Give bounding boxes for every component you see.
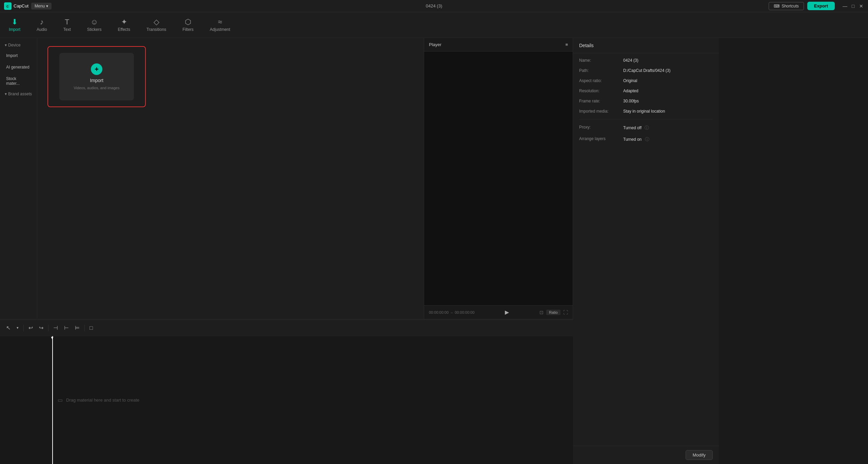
modify-button[interactable]: Modify [686, 450, 713, 460]
redo-button[interactable]: ↪ [38, 323, 45, 332]
detail-resolution: Resolution: Adapted [579, 89, 713, 93]
sidebar: ▾DeviceImportAI generatedStock mater...▾… [0, 38, 37, 319]
text-label: Text [63, 27, 71, 32]
toolbar-item-effects[interactable]: ✦ Effects [114, 16, 133, 34]
detail-aspect-ratio: Aspect ratio: Original [579, 78, 713, 83]
left-top: ▾DeviceImportAI generatedStock mater...▾… [0, 38, 573, 319]
bottom-section: ↖ ▾ ↩ ↪ ⊣ ⊢ ⊨ □ ▭ Drag [0, 319, 573, 464]
player-panel: Player ≡ 00:00:00:00 – 00:00:00:00 ▶ [424, 38, 573, 319]
details-header: Details [573, 38, 719, 53]
transitions-icon: ◇ [154, 18, 159, 26]
player-time-start: 00:00:00:00 [429, 310, 449, 314]
resolution-label: Resolution: [579, 89, 623, 93]
split-left-button[interactable]: ⊣ [52, 323, 59, 332]
toolbar-item-import[interactable]: ⬇ Import [5, 16, 24, 34]
player-right-controls: ⊡ Ratio ⛶ [539, 310, 568, 315]
app: C CapCut Menu ▾ 0424 (3) ⌨ Shortcuts Exp… [0, 0, 868, 464]
import-label: Import [9, 27, 20, 32]
plus-icon: + [91, 63, 102, 75]
play-button[interactable]: ▶ [505, 309, 509, 315]
chevron-icon: ▾ [5, 92, 7, 96]
arrange-layers-info-icon[interactable]: ⓘ [645, 137, 649, 142]
details-footer: Modify [573, 446, 719, 464]
toolbar-separator-2 [48, 325, 48, 331]
sidebar-stock_material-label: Stock mater... [6, 76, 20, 86]
project-title: 0424 (3) [426, 3, 442, 8]
import-subtitle: Videos, audios, and images [74, 86, 120, 90]
toolbar-item-adjustment[interactable]: ≈ Adjustment [206, 16, 234, 34]
proxy-label: Proxy: [579, 125, 623, 130]
chevron-icon: ▾ [5, 43, 7, 47]
maximize-button[interactable]: □ [850, 3, 856, 9]
toolbar-item-filters[interactable]: ⬡ Filters [179, 16, 197, 34]
import-icon: ⬇ [12, 18, 18, 26]
keyboard-icon: ⌨ [774, 4, 780, 8]
split-right-button[interactable]: ⊢ [63, 323, 70, 332]
filters-label: Filters [182, 27, 194, 32]
logo-text: CapCut [14, 3, 28, 8]
sidebar-ai_generated-label: AI generated [6, 65, 29, 70]
menu-chevron-icon: ▾ [46, 4, 48, 8]
text-icon: T [65, 18, 69, 26]
cursor-tool[interactable]: ↖ [5, 323, 12, 332]
player-menu-icon[interactable]: ≡ [565, 42, 568, 47]
detail-imported-media: Imported media: Stay in original locatio… [579, 109, 713, 114]
filters-icon: ⬡ [185, 18, 191, 26]
arrange-layers-label: Arrange layers [579, 136, 623, 141]
adjustment-label: Adjustment [210, 27, 230, 32]
sidebar-item-brand_assets[interactable]: ▾Brand assets [3, 90, 34, 98]
sidebar-item-device[interactable]: ▾Device [3, 41, 34, 49]
close-button[interactable]: ✕ [859, 3, 864, 9]
split-both-button[interactable]: ⊨ [74, 323, 81, 332]
name-label: Name: [579, 58, 623, 63]
timeline-playhead [52, 336, 53, 464]
player-header: Player ≡ [424, 38, 573, 52]
proxy-info-icon[interactable]: ⓘ [645, 125, 649, 130]
import-drop-zone[interactable]: + Import Videos, audios, and images [47, 46, 146, 107]
path-label: Path: [579, 68, 623, 73]
logo-icon: C [4, 2, 12, 10]
frame-rate-label: Frame rate: [579, 99, 623, 103]
import-label: Import [90, 78, 103, 83]
delete-button[interactable]: □ [88, 324, 94, 332]
name-value: 0424 (3) [623, 58, 713, 63]
sidebar-brand_assets-label: Brand assets [8, 92, 32, 96]
adjustment-icon: ≈ [218, 18, 222, 26]
shortcuts-label: Shortcuts [782, 4, 799, 8]
sidebar-item-stock_material[interactable]: Stock mater... [3, 74, 34, 88]
timeline[interactable]: ▭ Drag material here and start to create [0, 336, 573, 464]
details-title: Details [579, 43, 594, 48]
menu-button[interactable]: Menu ▾ [31, 3, 52, 9]
titlebar-right: ⌨ Shortcuts Export — □ ✕ [769, 2, 864, 10]
minimize-button[interactable]: — [842, 3, 848, 9]
shortcuts-button[interactable]: ⌨ Shortcuts [769, 2, 804, 10]
menu-label: Menu [35, 4, 45, 8]
imported-media-label: Imported media: [579, 109, 623, 114]
effects-label: Effects [118, 27, 130, 32]
cursor-dropdown-icon[interactable]: ▾ [15, 324, 20, 331]
ratio-button[interactable]: Ratio [546, 310, 560, 315]
player-viewport [424, 52, 573, 305]
toolbar-item-transitions[interactable]: ◇ Transitions [143, 16, 170, 34]
sidebar-item-import[interactable]: Import [3, 51, 34, 60]
arrange-layers-value: Turned on ⓘ [623, 136, 713, 142]
timeline-drop-area: ▭ Drag material here and start to create [0, 336, 146, 464]
fullscreen-icon[interactable]: ⛶ [563, 310, 568, 315]
transitions-label: Transitions [146, 27, 166, 32]
effects-icon: ✦ [121, 18, 127, 26]
sidebar-import-label: Import [6, 53, 18, 58]
fit-to-screen-icon[interactable]: ⊡ [539, 310, 544, 315]
sidebar-item-ai_generated[interactable]: AI generated [3, 62, 34, 72]
details-body: Name: 0424 (3) Path: D:/CapCut Drafts/04… [573, 53, 719, 446]
toolbar-item-audio[interactable]: ♪ Audio [33, 16, 51, 34]
media-area: + Import Videos, audios, and images [37, 38, 424, 319]
import-card[interactable]: + Import Videos, audios, and images [59, 53, 134, 100]
detail-arrange-layers: Arrange layers Turned on ⓘ [579, 136, 713, 142]
toolbar-item-stickers[interactable]: ☺ Stickers [84, 16, 105, 34]
player-controls: 00:00:00:00 – 00:00:00:00 ▶ ⊡ Ratio ⛶ [424, 305, 573, 319]
details-panel: Details Name: 0424 (3) Path: D:/CapCut D… [573, 38, 719, 464]
export-button[interactable]: Export [807, 2, 835, 10]
undo-button[interactable]: ↩ [27, 323, 34, 332]
toolbar-item-text[interactable]: T Text [60, 16, 74, 34]
timeline-drop-text: Drag material here and start to create [66, 398, 139, 403]
